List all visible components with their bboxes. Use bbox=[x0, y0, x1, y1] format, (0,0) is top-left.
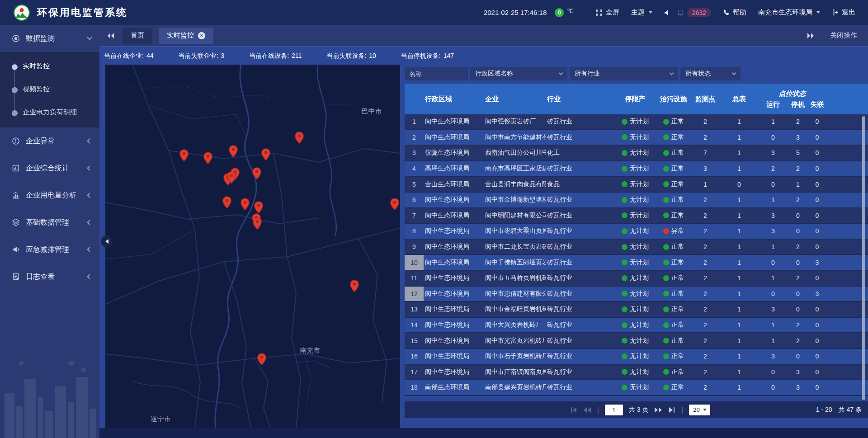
map-marker-pin[interactable] bbox=[203, 152, 213, 165]
sidebar-item-emergency[interactable]: 应急减排管理 bbox=[0, 236, 99, 263]
row-monitor-points-cell: 2 bbox=[689, 212, 721, 219]
sidebar-item-power-load-detail[interactable]: 企业电力负荷明细 bbox=[0, 101, 99, 124]
gis-map[interactable]: 巴中市 南充市 遂宁市 bbox=[105, 65, 400, 428]
row-running-cell: 0 bbox=[757, 181, 789, 188]
table-row[interactable]: 4 高坪生态环境局 南充市高坪区王家店建 砖瓦行业 无计划 正常 bbox=[405, 161, 868, 177]
mute-button[interactable] bbox=[664, 9, 670, 16]
table-row[interactable]: 18 南部生态环境局 南部县建兴页岩机砖厂 砖瓦行业 无计划 正常 bbox=[405, 380, 868, 396]
name-search-input[interactable] bbox=[405, 67, 468, 80]
previous-page-icon[interactable] bbox=[583, 407, 591, 413]
map-marker-pin[interactable] bbox=[228, 145, 238, 158]
table-row[interactable]: 16 阆中生态环境局 阆中市石子页岩机砖厂 砖瓦行业 无计划 正常 bbox=[405, 349, 868, 365]
map-marker-pin[interactable] bbox=[390, 198, 400, 211]
row-enterprise-cell: 西南油气田分公司川中 bbox=[484, 149, 546, 157]
log-icon bbox=[12, 273, 20, 281]
stat-item: 当前在线企业: 44 bbox=[104, 52, 153, 60]
last-page-icon[interactable] bbox=[668, 407, 675, 413]
map-marker-pin[interactable] bbox=[349, 280, 359, 292]
status-select[interactable]: 所有状态 bbox=[680, 67, 741, 80]
table-row[interactable]: 15 阆中生态环境局 阆中市光富页岩机砖厂 砖瓦行业 无计划 正常 bbox=[405, 333, 868, 349]
tabs-scroll-left-icon[interactable] bbox=[107, 33, 114, 39]
sidebar-item-base-data[interactable]: 基础数据管理 bbox=[0, 209, 99, 236]
help-button[interactable]: 帮助 bbox=[723, 8, 746, 17]
table-row[interactable]: 5 营山生态环境局 营山县润丰肉食品有限 食品 无计划 正常 bbox=[405, 177, 868, 193]
table-row[interactable]: 8 阆中生态环境局 阆中市枣碧大梁山页岩 砖瓦行业 无计划 异常 bbox=[405, 224, 868, 240]
row-index-cell: 7 bbox=[405, 208, 424, 223]
table-row[interactable]: 9 阆中生态环境局 阆中市二龙长宝页岩砖 砖瓦行业 无计划 正常 bbox=[405, 240, 868, 255]
sidebar-item-data-monitor[interactable]: 数据监测 bbox=[0, 25, 99, 52]
tab-home[interactable]: 首页 bbox=[123, 28, 152, 44]
sidebar-collapse-toggle[interactable] bbox=[101, 235, 113, 247]
table-row[interactable]: 14 阆中生态环境局 阆中大兴页岩机砖厂 砖瓦行业 无计划 正常 bbox=[405, 318, 868, 334]
map-marker-pin[interactable] bbox=[261, 148, 271, 161]
row-monitor-points-cell: 2 bbox=[689, 321, 721, 329]
first-page-icon[interactable] bbox=[570, 407, 577, 413]
notifications-button[interactable]: 2632 bbox=[677, 8, 711, 17]
map-marker-pin[interactable] bbox=[257, 353, 267, 366]
next-page-icon[interactable] bbox=[654, 407, 662, 413]
page-size-select[interactable]: 20 bbox=[689, 405, 710, 415]
tab-close-icon[interactable]: ✕ bbox=[198, 32, 205, 39]
status-dot-green bbox=[622, 369, 627, 375]
theme-dropdown[interactable]: 主题 bbox=[631, 8, 652, 17]
table-row[interactable]: 11 阆中生态环境局 阆中市五马桥页岩机砖 砖瓦行业 无计划 正常 bbox=[405, 271, 868, 287]
map-marker-pin[interactable] bbox=[252, 167, 262, 180]
table-row[interactable]: 12 阆中生态环境局 阆中市忠信建材有限公 砖瓦行业 无计划 正常 bbox=[405, 287, 868, 302]
table-scrollbar[interactable] bbox=[862, 116, 865, 400]
row-index-cell: 5 bbox=[405, 177, 424, 192]
map-marker-pin[interactable] bbox=[254, 201, 264, 214]
row-pollution-control-cell: 正常 bbox=[658, 383, 689, 391]
status-dot-green bbox=[622, 166, 627, 172]
sidebar-item-enterprise-stats[interactable]: 企业综合统计 bbox=[0, 155, 99, 182]
table-row[interactable]: 13 阆中生态环境局 阆中市金福旺页岩机砖 砖瓦行业 无计划 正常 bbox=[405, 302, 868, 318]
map-marker-pin[interactable] bbox=[222, 196, 232, 209]
logout-button[interactable]: 退出 bbox=[832, 8, 855, 17]
fullscreen-button[interactable]: 全屏 bbox=[595, 8, 619, 17]
industry-select[interactable]: 所有行业 bbox=[570, 67, 678, 80]
row-running-cell: 2 bbox=[757, 165, 789, 172]
region-select[interactable]: 行政区域名称 bbox=[470, 67, 567, 80]
sidebar-item-log-view[interactable]: 日志查看 bbox=[0, 263, 99, 290]
table-row[interactable]: 6 阆中生态环境局 阆中市金博瑞新型墙材 砖瓦行业 无计划 正常 bbox=[405, 193, 868, 208]
status-dot-green bbox=[622, 212, 627, 218]
sidebar-item-realtime-monitor[interactable]: 实时监控 bbox=[0, 55, 99, 78]
table-row[interactable]: 3 仪陇生态环境局 西南油气田分公司川中 化工 无计划 正常 bbox=[405, 146, 868, 161]
table-row[interactable]: 2 阆中生态环境局 阆中市南方节能建材有 砖瓦行业 无计划 正常 bbox=[405, 130, 868, 146]
sidebar-item-enterprise-alert[interactable]: 企业异常 bbox=[0, 127, 99, 155]
map-marker-pin[interactable] bbox=[179, 149, 189, 162]
map-marker-pin[interactable] bbox=[294, 132, 304, 144]
map-city-label: 巴中市 bbox=[362, 107, 382, 116]
table-row[interactable]: 10 阆中生态环境局 阆中千佛镇五郎垭页岩 砖瓦行业 无计划 正常 bbox=[405, 255, 868, 271]
tab-realtime-monitor[interactable]: 实时监控 ✕ bbox=[159, 28, 213, 44]
city-skyline-watermark bbox=[0, 352, 99, 438]
org-dropdown[interactable]: 南充市生态环境局 bbox=[758, 8, 820, 17]
status-dot-green bbox=[622, 197, 627, 203]
table-row[interactable]: 7 阆中生态环境局 阆中明阳建材有限公司 砖瓦行业 无计划 正常 bbox=[405, 208, 868, 224]
tabs-scroll-right-icon[interactable] bbox=[807, 33, 815, 39]
sidebar-item-power-analysis[interactable]: 企业用电量分析 bbox=[0, 182, 99, 209]
map-marker-pin[interactable] bbox=[240, 198, 250, 211]
chevron-left-icon bbox=[87, 220, 92, 225]
row-pollution-control-cell: 正常 bbox=[658, 321, 689, 329]
page-number-input[interactable] bbox=[605, 405, 623, 415]
sidebar-item-video-monitor[interactable]: 视频监控 bbox=[0, 78, 99, 101]
sidebar-item-label: 数据监测 bbox=[26, 34, 55, 43]
chevron-down-icon bbox=[559, 71, 563, 75]
row-stop-limit-cell: 无计划 bbox=[613, 352, 658, 360]
row-offline-cell: 0 bbox=[807, 243, 827, 250]
column-header-enterprise: 企业 bbox=[484, 95, 546, 104]
data-monitor-icon bbox=[12, 34, 20, 42]
chevron-down-icon bbox=[670, 71, 674, 75]
row-running-cell: 1 bbox=[757, 274, 789, 282]
table-row[interactable]: 1 阆中生态环境局 阆中强锐页岩砖厂 砖瓦行业 无计划 正常 bbox=[405, 114, 868, 130]
table-row[interactable]: 17 阆中生态环境局 阆中市江南镇阆南页岩 砖瓦行业 无计划 正常 bbox=[405, 365, 868, 381]
close-operations-button[interactable]: 关闭操作 bbox=[830, 31, 857, 40]
row-industry-cell: 砖瓦行业 bbox=[546, 274, 613, 282]
map-marker-pin[interactable] bbox=[226, 171, 236, 184]
map-marker-pin[interactable] bbox=[252, 217, 262, 230]
row-industry-cell: 砖瓦行业 bbox=[546, 321, 613, 329]
status-dot bbox=[663, 150, 669, 156]
row-monitor-points-cell: 2 bbox=[689, 353, 721, 360]
row-pollution-control-cell: 正常 bbox=[658, 243, 689, 251]
chevron-down-icon bbox=[87, 35, 92, 40]
